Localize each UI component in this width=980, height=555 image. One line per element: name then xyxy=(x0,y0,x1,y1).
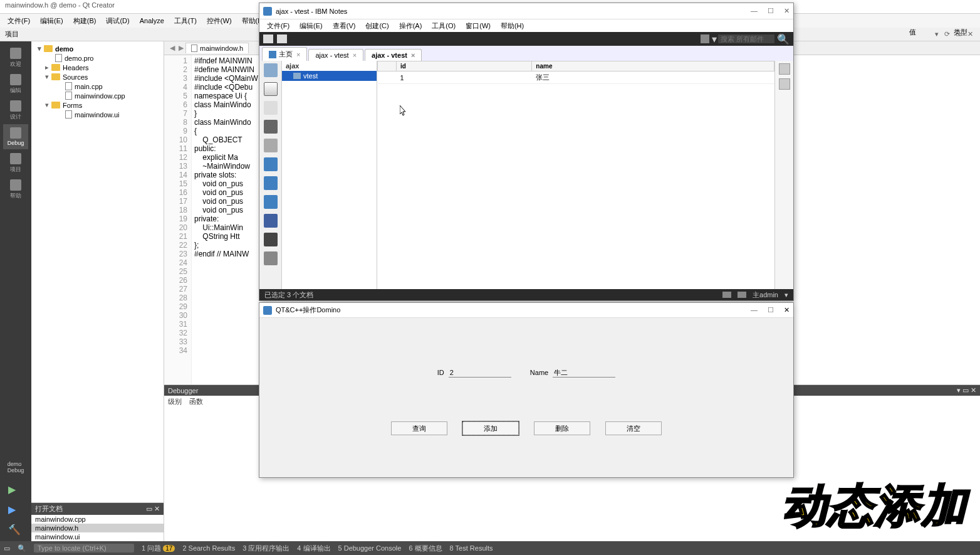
mode-help[interactable]: 帮助 xyxy=(3,177,28,202)
status-tests[interactable]: 8 Test Results xyxy=(450,544,493,552)
kit-selector[interactable]: demo Debug xyxy=(3,455,28,480)
mode-debug[interactable]: Debug xyxy=(3,124,28,149)
notes-menubar[interactable]: 文件(F) 编辑(E) 查看(V) 创建(C) 操作(A) 工具(O) 窗口(W… xyxy=(259,19,793,32)
notes-titlebar[interactable]: ajax - vtest - IBM Notes — ☐ ✕ xyxy=(259,3,793,19)
search-icon[interactable]: 🔍 xyxy=(18,544,26,552)
calendar-icon[interactable] xyxy=(277,34,287,43)
menu-edit[interactable]: 编辑(E) xyxy=(35,15,68,27)
search-input[interactable] xyxy=(718,34,774,43)
tab-ajax-vtest-2[interactable]: ajax - vtest× xyxy=(365,49,422,61)
network-icon[interactable] xyxy=(738,292,746,298)
status-appout[interactable]: 3 应用程序输出 xyxy=(242,544,289,553)
menu-build[interactable]: 构建(B) xyxy=(68,15,102,27)
mode-projects[interactable]: 项目 xyxy=(3,151,28,176)
dropdown-arrow-icon[interactable]: ▾ xyxy=(712,33,717,45)
tree-file[interactable]: demo.pro xyxy=(34,53,161,63)
menu-actions[interactable]: 操作(A) xyxy=(394,20,427,32)
mode-edit[interactable]: 编辑 xyxy=(3,71,28,97)
debug-run-icon[interactable]: ▶ xyxy=(8,504,23,519)
tab-home[interactable]: 主页× xyxy=(262,47,307,61)
close-icon[interactable]: ✕ xyxy=(154,505,160,512)
name-field[interactable] xyxy=(553,368,615,378)
menu-view[interactable]: 查看(V) xyxy=(328,20,361,32)
contacts-icon[interactable] xyxy=(264,120,278,134)
delete-button[interactable]: 删除 xyxy=(534,421,590,435)
project-tree[interactable]: ▾demo demo.pro ▸Headers ▾Sources main.cp… xyxy=(31,41,164,502)
open-doc-item[interactable]: mainwindow.cpp xyxy=(31,515,164,524)
tab-close-icon[interactable]: × xyxy=(296,51,300,58)
tree-file[interactable]: mainwindow.ui xyxy=(34,110,161,119)
menu-tools[interactable]: 工具(T) xyxy=(169,15,202,27)
menu-file[interactable]: 文件(F) xyxy=(262,20,295,32)
tab-ajax-vtest-1[interactable]: ajax - vtest× xyxy=(308,49,363,61)
open-docs-list[interactable]: mainwindow.cpp mainwindow.h mainwindow.u… xyxy=(31,515,164,541)
menu-debug[interactable]: 调试(D) xyxy=(101,15,134,27)
menu-create[interactable]: 创建(C) xyxy=(360,20,394,32)
minimize-icon[interactable]: — xyxy=(751,306,758,314)
nav-back-icon[interactable]: ◀ xyxy=(170,44,175,52)
menu-analyze[interactable]: Analyze xyxy=(135,16,169,26)
close-icon[interactable]: ✕ xyxy=(784,7,790,15)
tree-folder-sources[interactable]: ▾Sources xyxy=(34,72,161,82)
day-view-icon[interactable] xyxy=(779,63,790,75)
clear-button[interactable]: 清空 xyxy=(605,421,662,435)
open-doc-item[interactable]: mainwindow.h xyxy=(31,524,164,532)
menu-help[interactable]: 帮助(H) xyxy=(496,20,529,32)
tree-file[interactable]: mainwindow.cpp xyxy=(34,91,161,100)
mode-design[interactable]: 设计 xyxy=(3,98,28,123)
sync-icon[interactable] xyxy=(264,157,278,171)
tab-close-icon[interactable]: × xyxy=(353,51,357,59)
col-blank[interactable] xyxy=(378,61,397,71)
mail-icon[interactable] xyxy=(263,34,273,43)
run-icon[interactable]: ▶ xyxy=(8,484,23,499)
table-row[interactable]: 1 张三 xyxy=(378,71,774,84)
search-icon[interactable]: 🔍 xyxy=(777,33,790,45)
build-icon[interactable]: 🔨 xyxy=(8,524,23,539)
menu-edit[interactable]: 编辑(E) xyxy=(295,20,328,32)
bookmark-icon[interactable] xyxy=(264,214,278,228)
close-pane-icon[interactable]: ✕ xyxy=(967,30,973,38)
notes-data-table[interactable]: id name 1 张三 xyxy=(377,61,774,289)
nav-item-vtest[interactable]: vtest xyxy=(282,71,377,81)
sametime-icon[interactable] xyxy=(264,176,278,190)
preview-icon[interactable] xyxy=(779,78,790,90)
tab-close-icon[interactable]: × xyxy=(411,51,415,59)
col-id[interactable]: id xyxy=(397,61,532,71)
apps-icon[interactable] xyxy=(264,233,278,246)
query-button[interactable]: 查询 xyxy=(391,421,447,435)
open-doc-item[interactable]: mainwindow.ui xyxy=(31,532,164,541)
tree-root[interactable]: ▾demo xyxy=(34,44,161,53)
more-icon[interactable] xyxy=(264,251,278,265)
menu-window[interactable]: 窗口(W) xyxy=(461,20,496,32)
tree-folder-forms[interactable]: ▾Forms xyxy=(34,100,161,110)
security-icon[interactable] xyxy=(722,292,731,298)
maximize-icon[interactable]: ☐ xyxy=(768,306,774,314)
split-icon[interactable]: ▭ xyxy=(146,505,152,512)
mail-dropdown-icon[interactable] xyxy=(701,34,709,43)
calendar-icon[interactable] xyxy=(264,101,278,115)
status-issues[interactable]: 1 问题 17 xyxy=(142,544,175,553)
id-field[interactable] xyxy=(449,368,511,378)
todo-icon[interactable] xyxy=(264,139,278,152)
status-compile[interactable]: 4 编译输出 xyxy=(297,544,330,553)
add-button[interactable]: 添加 xyxy=(462,421,519,435)
tree-file[interactable]: main.cpp xyxy=(34,82,161,91)
nav-fwd-icon[interactable]: ▶ xyxy=(179,44,184,52)
maximize-icon[interactable]: ☐ xyxy=(768,7,774,15)
locator-input[interactable]: Type to locate (Ctrl+K) xyxy=(34,544,134,552)
tree-folder-headers[interactable]: ▸Headers xyxy=(34,63,161,72)
menu-file[interactable]: 文件(F) xyxy=(3,15,35,27)
domino-titlebar[interactable]: QT&C++操作Domino — ☐ ✕ xyxy=(259,303,793,318)
widget-icon[interactable] xyxy=(264,195,278,209)
close-icon[interactable]: ✕ xyxy=(784,306,790,314)
col-name[interactable]: name xyxy=(532,61,774,71)
locator-icon[interactable]: ▭ xyxy=(4,544,10,552)
mail-icon[interactable] xyxy=(264,82,278,96)
open-app-icon[interactable] xyxy=(264,63,278,77)
status-search[interactable]: 2 Search Results xyxy=(182,544,235,552)
mode-welcome[interactable]: 欢迎 xyxy=(3,45,28,70)
menu-widgets[interactable]: 控件(W) xyxy=(202,15,237,27)
minimize-icon[interactable]: — xyxy=(751,7,758,15)
dropdown-icon[interactable]: ▾ xyxy=(785,291,788,299)
status-summary[interactable]: 6 概要信息 xyxy=(409,544,442,553)
